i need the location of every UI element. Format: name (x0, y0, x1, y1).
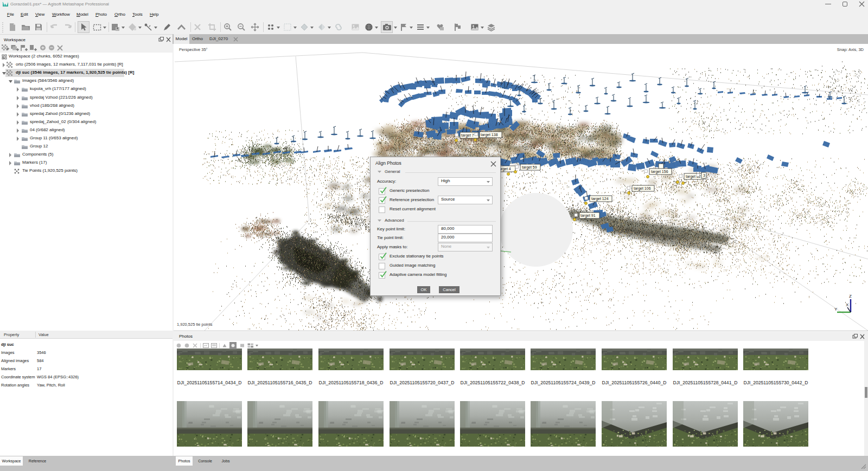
svg-text:target 91: target 91 (580, 214, 596, 218)
svg-text:DJI_20251105155720_0437_D: DJI_20251105155720_0437_D (390, 380, 455, 385)
svg-text:Y: Y (834, 307, 838, 312)
svg-text:target 59: target 59 (522, 165, 537, 170)
svg-text:target 124: target 124 (591, 197, 609, 201)
svg-text:target 7: target 7 (461, 133, 474, 138)
svg-text:DJI_20251105155716_0435_D: DJI_20251105155716_0435_D (248, 380, 312, 385)
svg-text:DJI_20251105155724_0439_D: DJI_20251105155724_0439_D (531, 380, 596, 385)
svg-text:X: X (846, 302, 849, 307)
svg-text:Snap: Axis, 3D: Snap: Axis, 3D (837, 47, 864, 52)
svg-text:DJI_20251105155730_0442_D: DJI_20251105155730_0442_D (744, 380, 808, 385)
svg-text:DJI_20251105155722_0438_D: DJI_20251105155722_0438_D (461, 380, 525, 385)
svg-text:DJI_20251105155726_0440_D: DJI_20251105155726_0440_D (602, 380, 667, 385)
svg-text:Perspective 35°: Perspective 35° (179, 47, 208, 52)
svg-text:1,920,525 tie points: 1,920,525 tie points (177, 322, 213, 327)
svg-text:target 138: target 138 (481, 133, 498, 137)
svg-text:3: 3 (703, 173, 705, 177)
svg-text:DJI_20251105155718_0436_D: DJI_20251105155718_0436_D (319, 380, 384, 385)
svg-text:target 156: target 156 (651, 170, 668, 174)
svg-text:target 106: target 106 (634, 186, 651, 191)
svg-text:DJI_20251105155714_0434_D: DJI_20251105155714_0434_D (177, 380, 242, 385)
svg-text:Z: Z (849, 294, 852, 299)
svg-text:DJI_20251105155728_0441_D: DJI_20251105155728_0441_D (673, 380, 738, 385)
